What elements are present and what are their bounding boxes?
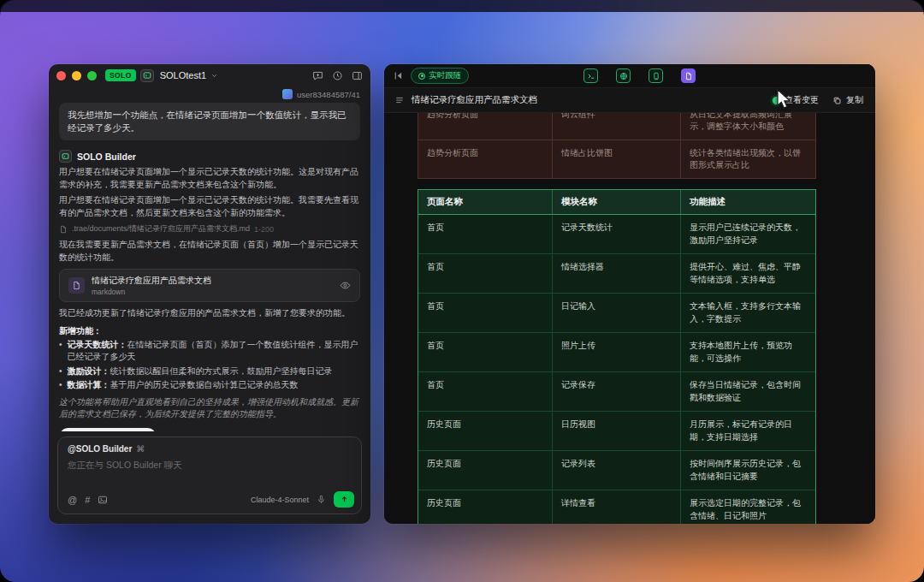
mention-chip[interactable]: @SOLO Builder xyxy=(68,444,132,454)
chat-titlebar: SOLO SOLOtest1 xyxy=(49,64,370,86)
copy-label: 复制 xyxy=(846,94,863,106)
window-minimize-button[interactable] xyxy=(72,71,81,80)
document-preview[interactable]: 趋势分析页面 词云组件 从日记文本提取高频词汇展示，调整字体大小和颜色 趋势分析… xyxy=(384,113,875,524)
feature-item: 数据计算：基于用户的历史记录数据自动计算已记录的总天数 xyxy=(59,379,360,392)
model-selector[interactable]: Claude-4-Sonnet xyxy=(251,496,309,504)
table-cell: 首页 xyxy=(418,215,553,253)
chevron-down-icon[interactable] xyxy=(210,72,218,80)
table-cell: 词云组件 xyxy=(553,113,681,140)
document-meta: 情绪记录疗愈应用产品需求文档 markdown xyxy=(92,275,333,296)
table-cell: 文本输入框，支持多行文本输入，字数提示 xyxy=(681,294,815,332)
table-cell: 情绪选择器 xyxy=(553,254,681,293)
collapse-panel-icon[interactable] xyxy=(393,70,404,81)
chat-input[interactable]: @SOLO Builder ⌘ 您正在与 SOLO Builder 聊天 @ #… xyxy=(57,436,362,514)
workspace-name[interactable]: SOLOtest1 xyxy=(160,70,206,80)
window-close-button[interactable] xyxy=(56,71,66,80)
changes-indicator-dot xyxy=(773,97,780,104)
table-cell: 记录天数统计 xyxy=(553,215,681,253)
image-upload-icon[interactable] xyxy=(98,495,108,505)
history-icon[interactable] xyxy=(332,70,343,81)
removed-table-row: 趋势分析页面 情绪占比饼图 统计各类情绪出现频次，以饼图形式展示占比 xyxy=(418,140,816,179)
table-cell: 趋势分析页面 xyxy=(418,113,553,140)
view-changes-label: 查看变更 xyxy=(785,94,819,106)
table-row: 首页 记录保存 保存当日情绪记录，包含时间戳和数据验证 xyxy=(418,372,815,412)
table-row: 首页 日记输入 文本输入框，支持多行文本输入，字数提示 xyxy=(418,294,815,333)
feature-title: 记录天数统计： xyxy=(68,340,127,349)
confirm-start-button[interactable]: 确认，开始开发！ xyxy=(59,428,157,431)
record-dot-icon xyxy=(418,73,425,80)
terminal-tab-icon[interactable] xyxy=(583,68,598,83)
removed-table-row: 趋势分析页面 词云组件 从日记文本提取高频词汇展示，调整字体大小和颜色 xyxy=(418,113,816,140)
window-zoom-button[interactable] xyxy=(87,71,97,80)
document-actions: 查看变更 复制 xyxy=(773,94,863,106)
new-chat-icon[interactable] xyxy=(312,70,323,81)
table-cell: 照片上传 xyxy=(553,333,681,371)
table-cell: 记录列表 xyxy=(553,451,681,490)
diff-added-table: 页面名称 模块名称 功能描述 首页 记录天数统计 显示用户已连续记录的天数，激励… xyxy=(418,189,816,524)
table-cell: 月历展示，标记有记录的日期，支持日期选择 xyxy=(681,412,815,450)
table-cell: 首页 xyxy=(418,254,553,293)
table-cell: 保存当日情绪记录，包含时间戳和数据验证 xyxy=(681,372,815,411)
view-changes-button[interactable]: 查看变更 xyxy=(773,94,819,106)
live-follow-badge[interactable]: 实时跟随 xyxy=(411,68,469,84)
file-path: .trae/documents/情绪记录疗愈应用产品需求文档.md xyxy=(72,223,250,235)
outline-icon[interactable] xyxy=(394,95,405,105)
context-icon[interactable]: # xyxy=(85,495,90,505)
features-heading: 新增功能： xyxy=(59,325,360,337)
copy-button[interactable]: 复制 xyxy=(832,94,863,106)
eye-icon[interactable] xyxy=(340,280,351,291)
solo-mode-badge: SOLO xyxy=(105,69,136,81)
document-card[interactable]: 情绪记录疗愈应用产品需求文档 markdown xyxy=(59,269,360,302)
user-name: user83484587/41 xyxy=(297,90,360,99)
preview-document-title: 情绪记录疗愈应用产品需求文档 xyxy=(412,94,537,106)
titlebar-actions xyxy=(312,70,363,81)
table-cell: 按时间倒序展示历史记录，包含情绪和日记摘要 xyxy=(681,451,815,490)
closing-note: 这个功能将帮助用户直观地看到自己的坚持成果，增强使用动机和成就感。更新后的需求文… xyxy=(59,396,360,421)
document-tab-icon[interactable] xyxy=(681,68,696,83)
preview-window: 实时跟随 情绪记录疗愈应用产品需求文档 xyxy=(384,64,875,524)
table-cell: 历史页面 xyxy=(418,451,553,490)
table-cell: 统计各类情绪出现频次，以饼图形式展示占比 xyxy=(681,140,815,178)
table-cell: 从日记文本提取高频词汇展示，调整字体大小和颜色 xyxy=(681,113,815,140)
assistant-paragraph: 现在我需要更新产品需求文档，在情绪记录页面（首页）增加一个显示已记录天数的统计功… xyxy=(59,239,360,264)
file-reference[interactable]: .trae/documents/情绪记录疗愈应用产品需求文档.md 1-200 xyxy=(59,223,360,235)
table-cell: 首页 xyxy=(418,294,553,332)
feature-item: 激励设计：统计数据以醒目但柔和的方式展示，鼓励用户坚持每日记录 xyxy=(59,365,360,378)
table-cell: 历史页面 xyxy=(418,412,553,450)
table-header-row: 页面名称 模块名称 功能描述 xyxy=(418,190,815,215)
input-placeholder: 您正在与 SOLO Builder 聊天 xyxy=(68,460,352,472)
table-cell: 首页 xyxy=(418,372,553,411)
table-row: 首页 情绪选择器 提供开心、难过、焦虑、平静等情绪选项，支持单选 xyxy=(418,254,815,294)
table-cell: 历史页面 xyxy=(418,490,553,524)
chat-messages[interactable]: user83484587/41 我先想增加一个功能点，在情绪记录页面增加一个数值… xyxy=(49,86,370,431)
table-cell: 首页 xyxy=(418,333,553,371)
command-key-icon: ⌘ xyxy=(136,444,145,454)
table-cell: 展示选定日期的完整记录，包含情绪、日记和照片 xyxy=(681,490,815,524)
feature-desc: 统计数据以醒目但柔和的方式展示，鼓励用户坚持每日记录 xyxy=(110,366,333,376)
table-row: 首页 记录天数统计 显示用户已连续记录的天数，激励用户坚持记录 xyxy=(418,215,815,254)
assistant-paragraph: 用户想要在情绪记录页面增加一个显示已记录天数的统计功能。这是对现有产品需求的补充… xyxy=(59,166,360,191)
desktop: SOLO SOLOtest1 xyxy=(0,0,924,582)
feature-desc: 基于用户的历史记录数据自动计算已记录的总天数 xyxy=(110,380,299,389)
document-card-title: 情绪记录疗愈应用产品需求文档 xyxy=(92,275,333,287)
chat-window: SOLO SOLOtest1 xyxy=(49,64,370,524)
mic-icon[interactable] xyxy=(317,495,326,504)
device-tab-icon[interactable] xyxy=(649,68,663,83)
assistant-message-header: SOLO Builder xyxy=(59,150,360,163)
feature-title: 激励设计： xyxy=(68,366,110,376)
table-row: 历史页面 记录列表 按时间倒序展示历史记录，包含情绪和日记摘要 xyxy=(418,451,815,490)
file-line-range: 1-200 xyxy=(254,225,274,234)
table-row: 历史页面 日历视图 月历展示，标记有记录的日期，支持日期选择 xyxy=(418,412,815,451)
menu-bar xyxy=(0,0,924,12)
table-cell: 详情查看 xyxy=(553,490,681,524)
layout-panel-icon[interactable] xyxy=(352,70,363,81)
send-button[interactable] xyxy=(334,491,354,508)
browser-tab-icon[interactable] xyxy=(616,68,631,83)
copy-icon xyxy=(832,96,842,105)
table-cell: 日历视图 xyxy=(553,412,681,450)
user-message: 我先想增加一个功能点，在情绪记录页面增加一个数值统计，显示我已经记录了多少天。 xyxy=(59,103,360,140)
table-cell: 支持本地图片上传，预览功能，可选操作 xyxy=(681,333,815,371)
solo-builder-logo-icon xyxy=(140,69,154,82)
preview-topbar: 实时跟随 xyxy=(384,64,875,87)
mention-icon[interactable]: @ xyxy=(68,495,77,505)
